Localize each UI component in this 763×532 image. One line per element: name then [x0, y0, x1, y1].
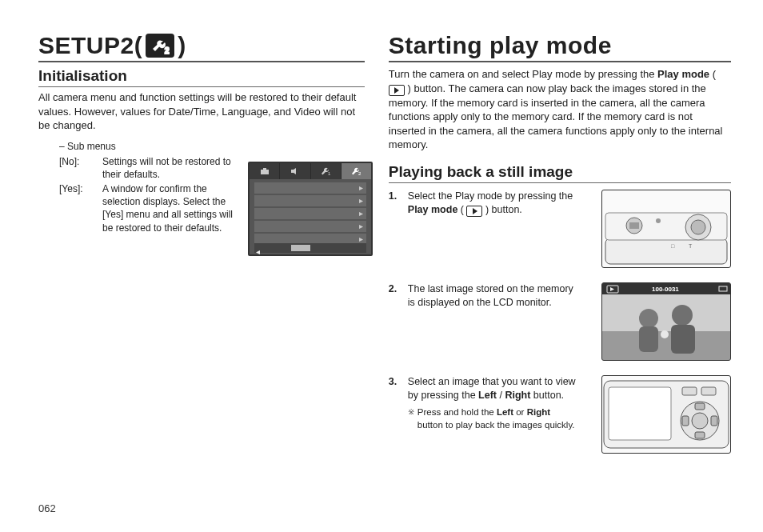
svg-text:2: 2: [358, 171, 362, 176]
heading-text-pre: SETUP2(: [38, 32, 142, 59]
step-bold: Left: [478, 390, 497, 401]
option-yes-val: A window for confirm the selection displ…: [102, 182, 235, 234]
intro-text-tail: ) button. The camera can now play back t…: [389, 82, 723, 151]
svg-rect-28: [609, 387, 671, 440]
step-text: ) button.: [485, 204, 522, 215]
figure-photo-playback: 100-0031: [601, 282, 731, 361]
svg-text:2: 2: [165, 46, 170, 55]
svg-rect-6: [605, 238, 727, 264]
initialisation-subheading: Initialisation: [38, 67, 365, 87]
step-text: Select the Play mode by pressing the: [408, 190, 573, 202]
note-text: Press and hold the: [417, 407, 497, 417]
note-text: button to play back the images quickly.: [417, 420, 575, 430]
svg-rect-23: [639, 326, 658, 352]
note-bold: Left: [497, 407, 513, 417]
svg-rect-31: [695, 403, 705, 410]
svg-point-26: [661, 330, 669, 338]
lcd-row: [254, 208, 366, 219]
svg-rect-32: [695, 432, 705, 438]
play-mode-icon: [389, 85, 405, 96]
sub-menus-label: – Sub menus: [59, 141, 365, 152]
page-number: 062: [38, 502, 56, 514]
option-no-key: [No]:: [59, 155, 98, 181]
lcd-tab-sound: [280, 163, 310, 179]
step-number: 3.: [389, 375, 400, 454]
step-3-note: Press and hold the Left or Right button …: [408, 406, 576, 431]
svg-point-22: [639, 309, 658, 328]
note-text: or: [516, 407, 526, 417]
step-number: 2.: [389, 282, 400, 361]
step-number: 1.: [389, 190, 400, 268]
svg-point-30: [692, 413, 708, 429]
figure-camera-back: [601, 375, 731, 454]
step-text: (: [461, 204, 464, 215]
step-text: button.: [533, 390, 564, 401]
intro-text: Turn the camera on and select Play mode …: [389, 68, 657, 80]
starting-play-mode-heading: Starting play mode: [389, 32, 731, 62]
option-yes-key: [Yes]:: [59, 182, 98, 234]
step-1: 1. Select the Play mode by pressing the …: [389, 190, 731, 268]
lcd-tab-bar: 1 2: [250, 163, 371, 179]
svg-rect-20: [602, 294, 730, 331]
svg-point-9: [691, 220, 705, 234]
play-mode-intro: Turn the camera on and select Play mode …: [389, 67, 731, 152]
svg-rect-36: [701, 387, 716, 395]
note-bold: Right: [527, 407, 550, 417]
photo-counter: 100-0031: [652, 286, 679, 293]
steps-list: 1. Select the Play mode by pressing the …: [389, 190, 731, 454]
back-caret-icon: ◂: [254, 247, 260, 256]
lcd-tab-camera: [250, 163, 280, 179]
lcd-row: [254, 182, 366, 194]
wrench-2-icon: 2: [146, 34, 174, 58]
svg-rect-25: [671, 325, 695, 354]
lcd-tab-setup1: 1: [311, 163, 342, 179]
svg-rect-33: [682, 416, 689, 426]
svg-rect-34: [711, 416, 717, 426]
play-mode-icon: [466, 206, 482, 217]
lcd-tab-setup2: 2: [342, 163, 371, 179]
intro-paren-open: (: [713, 68, 716, 80]
intro-bold-playmode: Play mode: [657, 68, 709, 80]
setup2-heading: SETUP2( 2 ): [38, 32, 365, 62]
svg-text:T: T: [689, 243, 693, 249]
svg-point-12: [656, 218, 661, 223]
svg-rect-35: [682, 387, 697, 395]
option-no-val: Settings will not be restored to their d…: [102, 155, 235, 181]
options-list: [No]: Settings will not be restored to t…: [59, 155, 235, 234]
lcd-row: [254, 221, 366, 232]
lcd-row: [254, 195, 366, 206]
svg-point-24: [672, 305, 693, 326]
svg-rect-2: [263, 168, 266, 170]
lcd-footer: ◂: [254, 243, 366, 253]
right-column: Starting play mode Turn the camera on an…: [389, 32, 731, 480]
step-3: 3. Select an image that you want to view…: [389, 375, 731, 454]
step-bold: Play mode: [408, 204, 458, 215]
lcd-footer-highlight: [291, 245, 310, 251]
lcd-menu-rows: [250, 179, 371, 245]
step-2: 2. The last image stored on the memory i…: [389, 282, 731, 361]
step-text: /: [499, 390, 501, 401]
svg-rect-11: [629, 222, 639, 229]
playing-back-subheading: Playing back a still image: [389, 163, 731, 183]
step-2-text: The last image stored on the memory is d…: [408, 282, 576, 361]
figure-camera-top: T □: [601, 190, 731, 268]
step-3-text: Select an image that you want to view by…: [408, 375, 576, 454]
initialisation-intro: All camera menu and function settings wi…: [38, 90, 365, 133]
step-bold: Right: [505, 390, 530, 401]
step-1-text: Select the Play mode by pressing the Pla…: [408, 190, 576, 268]
svg-marker-3: [291, 168, 296, 174]
svg-text:1: 1: [328, 171, 331, 176]
lcd-screenshot: 1 2 ◂: [248, 162, 373, 256]
left-column: SETUP2( 2 ) Initialisation All camera me…: [38, 32, 365, 480]
heading-text-post: ): [178, 32, 186, 59]
